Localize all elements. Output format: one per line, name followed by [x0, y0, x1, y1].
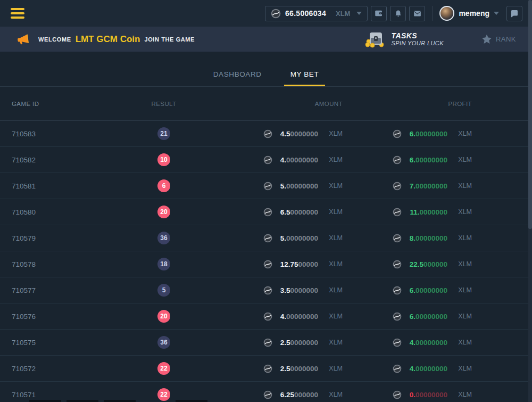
bet-amount: 6.50000000	[277, 208, 318, 216]
scrollbar-track[interactable]	[528, 0, 532, 402]
result-badge: 36	[157, 232, 170, 244]
result-badge: 21	[157, 127, 170, 140]
table-row[interactable]: 710579 36 5.00000000 XLM 8.00000000 XLM	[0, 225, 532, 251]
game-id: 710572	[0, 365, 120, 373]
header-profit: PROFIT	[348, 101, 479, 107]
currency-label: XLM	[323, 130, 343, 137]
scrollbar-thumb[interactable]	[528, 0, 532, 229]
profit-amount: 22.5000000	[406, 260, 447, 268]
user-menu[interactable]: memeng	[439, 6, 499, 21]
table-header: GAME ID RESULT AMOUNT PROFIT	[0, 87, 532, 121]
profit-amount: 8.00000000	[406, 234, 447, 242]
stellar-coin-icon	[393, 208, 402, 217]
profit-amount: 7.00000000	[406, 182, 447, 190]
game-id: 710582	[0, 156, 120, 164]
game-id: 710571	[0, 391, 120, 399]
tab-dashboard[interactable]: DASHBOARD	[207, 70, 268, 86]
treasure-chest-icon	[365, 30, 386, 48]
game-id: 710580	[0, 208, 120, 216]
bet-amount: 2.50000000	[277, 365, 318, 373]
next-section-edge	[0, 400, 532, 402]
balance-amount: 66.5006034	[285, 9, 326, 18]
profit-amount: 6.00000000	[406, 156, 447, 164]
divider	[433, 6, 433, 21]
result-badge: 22	[157, 388, 170, 401]
game-id: 710583	[0, 130, 120, 138]
table-row[interactable]: 710581 6 5.00000000 XLM 7.00000000 XLM	[0, 173, 532, 199]
currency-label: XLM	[323, 260, 343, 268]
stellar-coin-icon	[263, 129, 272, 138]
wallet-button[interactable]	[371, 6, 387, 21]
envelope-icon	[413, 9, 422, 18]
table-row[interactable]: 710572 22 2.50000000 XLM 4.00000000 XLM	[0, 356, 532, 382]
table-body: 710583 21 4.50000000 XLM 6.00000000 XLM …	[0, 121, 532, 402]
currency-label: XLM	[453, 260, 472, 268]
stellar-coin-icon	[393, 338, 402, 347]
tasks-widget[interactable]: TASKS SPIN YOUR LUCK	[365, 30, 444, 48]
join-label: JOIN THE GAME	[144, 36, 195, 43]
welcome-label: WELCOME	[38, 36, 71, 43]
stellar-coin-icon	[393, 364, 402, 373]
bet-amount: 5.00000000	[277, 182, 318, 190]
currency-label: XLM	[323, 156, 343, 163]
profit-amount: 4.00000000	[406, 339, 447, 347]
result-badge: 22	[157, 362, 170, 375]
game-id: 710581	[0, 182, 120, 190]
stellar-coin-icon	[263, 155, 272, 165]
stellar-coin-icon	[393, 312, 402, 321]
currency-label: XLM	[323, 182, 343, 190]
table-row[interactable]: 710576 20 4.00000000 XLM 6.00000000 XLM	[0, 303, 532, 330]
result-badge: 18	[157, 258, 170, 270]
rank-widget[interactable]: RANK	[481, 34, 516, 45]
header-amount: AMOUNT	[208, 101, 348, 107]
stellar-coin-icon	[393, 260, 402, 269]
game-id: 710579	[0, 234, 120, 242]
profit-amount: 6.00000000	[406, 130, 447, 138]
chat-button[interactable]	[506, 6, 522, 21]
hamburger-menu-icon[interactable]	[11, 8, 24, 19]
chevron-down-icon[interactable]	[356, 12, 362, 15]
table-row[interactable]: 710577 5 3.50000000 XLM 6.00000000 XLM	[0, 277, 532, 303]
mail-button[interactable]	[409, 6, 425, 21]
currency-label: XLM	[323, 365, 343, 372]
balance-box[interactable]: 66.5006034 XLM	[265, 6, 368, 21]
table-row[interactable]: 710583 21 4.50000000 XLM 6.00000000 XLM	[0, 121, 532, 147]
table-row[interactable]: 710571 22 6.25000000 XLM 0.00000000 XLM	[0, 382, 532, 402]
tab-my-bet[interactable]: MY BET	[284, 70, 326, 86]
currency-label: XLM	[323, 234, 343, 242]
table-row[interactable]: 710578 18 12.7500000 XLM 22.5000000 XLM	[0, 251, 532, 277]
stellar-coin-icon	[263, 390, 272, 399]
bet-amount: 4.50000000	[277, 130, 318, 138]
tasks-subtitle: SPIN YOUR LUCK	[392, 40, 444, 47]
stellar-coin-icon	[393, 390, 402, 399]
currency-label[interactable]: XLM	[336, 10, 350, 18]
welcome-banner: WELCOME LMT GCM Coin JOIN THE GAME TASKS…	[0, 27, 532, 52]
result-badge: 5	[157, 284, 170, 297]
stellar-coin-icon	[263, 182, 272, 191]
stellar-coin-icon	[393, 234, 402, 243]
table-row[interactable]: 710582 10 4.00000000 XLM 6.00000000 XLM	[0, 147, 532, 173]
star-icon	[481, 34, 493, 45]
chat-icon	[510, 9, 519, 18]
table-row[interactable]: 710580 20 6.50000000 XLM 11.0000000 XLM	[0, 199, 532, 225]
result-badge: 36	[157, 336, 170, 349]
currency-label: XLM	[453, 365, 472, 372]
stellar-coin-icon	[393, 155, 402, 165]
result-badge: 20	[157, 206, 170, 218]
bet-amount: 2.50000000	[277, 339, 318, 347]
bet-amount: 6.25000000	[277, 391, 318, 399]
rank-label: RANK	[496, 35, 516, 43]
currency-label: XLM	[453, 156, 472, 163]
header-game-id: GAME ID	[0, 101, 120, 107]
megaphone-icon	[15, 31, 30, 47]
currency-label: XLM	[453, 391, 472, 398]
stellar-coin-icon	[271, 9, 281, 19]
currency-label: XLM	[453, 286, 472, 294]
currency-label: XLM	[453, 208, 472, 216]
stellar-coin-icon	[263, 234, 272, 243]
tasks-title: TASKS	[392, 31, 444, 40]
notifications-button[interactable]	[390, 6, 406, 21]
game-id: 710575	[0, 339, 120, 347]
topbar: 66.5006034 XLM memeng	[0, 0, 532, 27]
table-row[interactable]: 710575 36 2.50000000 XLM 4.00000000 XLM	[0, 330, 532, 356]
